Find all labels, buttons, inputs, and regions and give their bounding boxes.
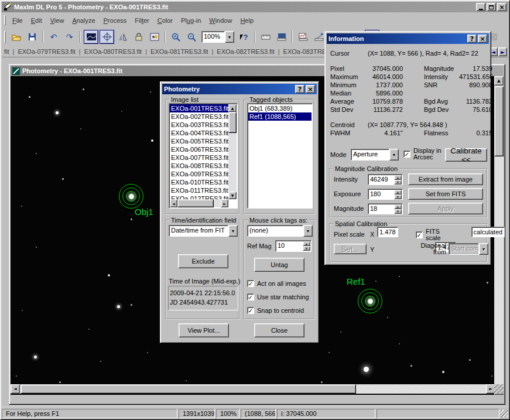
horizontal-scroll-thumb[interactable]	[20, 384, 356, 394]
screen-stretch-icon[interactable]	[84, 30, 98, 44]
image-list-item[interactable]: EXOa-002TRES3.fit	[170, 112, 228, 121]
checkbox-icon[interactable]: ✓	[247, 280, 254, 287]
menu-item[interactable]: Edit	[27, 15, 46, 26]
mode-combo[interactable]: Aperture ▼	[351, 149, 399, 161]
mouse-tags-combo-arrow-icon[interactable]: ▼	[303, 225, 313, 237]
zoom-in-icon[interactable]	[169, 30, 183, 44]
set-button[interactable]: Set...	[334, 244, 367, 254]
mag-cal-button[interactable]: Extract from image	[408, 173, 483, 185]
image-list-vthumb[interactable]	[228, 112, 237, 133]
image-list-hthumb[interactable]	[177, 199, 214, 207]
tab-scroll-right-icon[interactable]: ►	[498, 47, 507, 56]
image-ruler-icon[interactable]	[274, 30, 289, 44]
image-list[interactable]: EXOa-001TRES3.fitEXOa-002TRES3.fitEXOa-0…	[169, 103, 238, 209]
maximize-button[interactable]	[487, 3, 496, 11]
image-list-item[interactable]: EXOa-009TRES3.fit	[170, 170, 228, 178]
zoom-combo-arrow-icon[interactable]: ▼	[225, 31, 234, 43]
tag-image-icon[interactable]	[147, 30, 162, 44]
redo-icon[interactable]: ↷	[62, 30, 77, 44]
fits-scale-checkbox-row[interactable]: ✓ FITS scale	[416, 228, 449, 241]
file-tab[interactable]: fit	[4, 48, 9, 55]
file-tab[interactable]: EXOa-079TRES3.fit	[9, 48, 76, 55]
graph-ruler-icon[interactable]	[296, 30, 310, 44]
diagonal-from-combo[interactable]: Start corner ▼	[449, 243, 488, 255]
toolbar-grip[interactable]	[4, 31, 6, 43]
image-list-item[interactable]: EXOa-004TRES3.fit	[170, 129, 228, 137]
image-list-item[interactable]: EXOa-001TRES3.fit	[170, 104, 228, 112]
ref-mag-spinner[interactable]: ▲▼	[303, 241, 310, 251]
image-list-hscrollbar[interactable]: ◄ ►	[170, 199, 228, 207]
help-button-info[interactable]: ?	[467, 35, 477, 43]
information-dialog-titlebar[interactable]: Information ? ×	[327, 33, 489, 44]
fits-scale-value-field[interactable]: calculated	[471, 227, 505, 237]
image-list-scroll-down-icon[interactable]: ▼	[228, 192, 237, 199]
image-list-item[interactable]: EXOa-007TRES3.fit	[170, 153, 228, 162]
close-dialog-button-info[interactable]: ×	[478, 35, 487, 43]
ref-mag-field[interactable]: 10 ▲▼	[275, 240, 312, 252]
pixel-scale-x-field[interactable]: 1.478	[377, 227, 398, 237]
open-file-icon[interactable]	[9, 30, 23, 44]
image-list-item[interactable]: EXOa-008TRES3.fit	[170, 162, 228, 170]
file-tab[interactable]: EXOa-080TRES3.fit	[76, 48, 142, 55]
arcsec-checkbox-row[interactable]: ✓ Display in Arcsec	[403, 148, 446, 161]
untag-button[interactable]: Untag	[254, 258, 304, 272]
arcsec-checkbox-icon[interactable]: ✓	[403, 151, 410, 158]
zoom-out-icon[interactable]	[184, 30, 199, 44]
statusbar-resize-grip[interactable]	[501, 409, 508, 417]
zoom-level-combo[interactable]: 100% ▼	[201, 31, 234, 43]
mag-cal-button[interactable]: Set from FITS	[408, 188, 483, 200]
exclude-button[interactable]: Exclude	[178, 254, 228, 268]
save-icon[interactable]	[25, 30, 39, 44]
image-list-scroll-up-icon[interactable]: ▲	[228, 104, 237, 112]
option-checkbox-row[interactable]: ✓ Act on all images	[247, 280, 312, 287]
menu-item[interactable]: View	[46, 15, 69, 26]
tagged-object-item[interactable]: Obj1 (683,389)	[248, 104, 312, 112]
image-list-scroll-left-icon[interactable]: ◄	[170, 199, 177, 207]
checkbox-icon[interactable]: ✓	[247, 293, 254, 301]
file-tab[interactable]: EXOa-081TRES3.fit	[142, 48, 208, 55]
checkbox-icon[interactable]: ✓	[247, 307, 254, 314]
menu-item[interactable]: File	[8, 15, 27, 26]
option-checkbox-row[interactable]: ✓ Use star matching	[247, 293, 312, 301]
menu-item[interactable]: Help	[236, 15, 258, 26]
lock-icon[interactable]	[131, 30, 146, 44]
crosshair-aperture-icon[interactable]	[100, 30, 114, 44]
scroll-left-icon[interactable]: ◄	[11, 384, 20, 394]
time-field-combo-arrow-icon[interactable]: ▼	[228, 225, 238, 237]
mag-cal-field[interactable]: 180 ▲▼	[368, 189, 403, 200]
option-checkbox-row[interactable]: ✓ Snap to centroid	[247, 307, 312, 314]
mag-cal-spinner[interactable]: ▲▼	[394, 204, 402, 213]
mag-cal-field[interactable]: 46249 ▲▼	[368, 174, 403, 185]
resize-grip[interactable]	[494, 384, 504, 394]
menu-item[interactable]: Filter	[131, 15, 153, 26]
menu-item[interactable]: Analyze	[68, 15, 99, 26]
close-dialog-button[interactable]: ×	[306, 85, 315, 93]
help-button[interactable]: ?	[295, 85, 304, 93]
mode-combo-arrow-icon[interactable]: ▼	[389, 149, 399, 161]
menu-item[interactable]: Plug-in	[177, 15, 205, 26]
context-help-icon[interactable]: ?	[237, 30, 251, 44]
image-list-item[interactable]: EXOa-006TRES3.fit	[170, 145, 228, 153]
image-list-item[interactable]: EXOa-011TRES3.fit	[170, 186, 228, 194]
time-field-combo[interactable]: Date/time from FIT ▼	[169, 225, 238, 237]
close-button[interactable]: ×	[497, 3, 506, 11]
mag-cal-button[interactable]: Apply	[408, 203, 483, 214]
view-plot-button[interactable]: View Plot...	[179, 323, 229, 337]
photometry-dialog-titlebar[interactable]: Photometry ? ×	[162, 84, 317, 94]
mirror-icon[interactable]	[115, 30, 130, 44]
menu-item[interactable]: Window	[205, 15, 236, 26]
tagged-object-item[interactable]: Ref1 (1088,565)	[248, 112, 312, 121]
fits-scale-checkbox-icon[interactable]: ✓	[416, 231, 423, 238]
image-list-scroll-right-icon[interactable]: ►	[221, 199, 228, 207]
scroll-up-icon[interactable]: ▲	[494, 76, 504, 86]
minimize-button[interactable]	[476, 3, 485, 11]
image-list-item[interactable]: EXOa-005TRES3.fit	[170, 137, 228, 145]
calibrate-button[interactable]: Calibrate <<	[445, 148, 487, 162]
image-list-item[interactable]: EXOa-003TRES3.fit	[170, 121, 228, 129]
image-list-vscrollbar[interactable]: ▲ ▼	[228, 104, 237, 199]
menu-item[interactable]: Process	[100, 15, 131, 26]
image-list-item[interactable]: EXOa-012TRES3.fit	[170, 194, 228, 199]
menubar-grip[interactable]	[4, 15, 6, 26]
menu-item[interactable]: Color	[153, 15, 177, 26]
mag-cal-field[interactable]: 18 ▲▼	[368, 203, 403, 214]
